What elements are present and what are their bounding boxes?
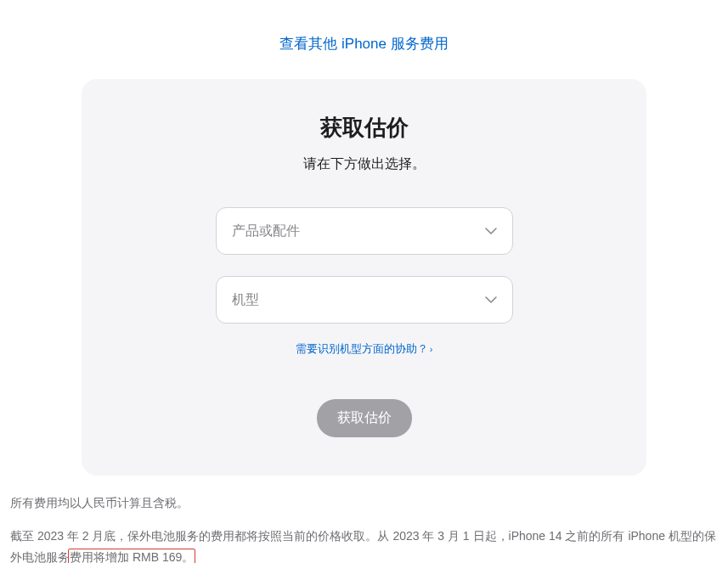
estimate-card: 获取估价 请在下方做出选择。 产品或配件 机型 需要识别机型方面的协助？› 获取…: [82, 79, 646, 476]
product-select-wrapper: 产品或配件: [216, 207, 513, 255]
chevron-right-icon: ›: [430, 344, 433, 354]
footer-note-currency: 所有费用均以人民币计算且含税。: [10, 493, 718, 514]
product-select[interactable]: 产品或配件: [216, 207, 513, 255]
model-select-wrapper: 机型: [216, 276, 513, 324]
top-other-services-link: 查看其他 iPhone 服务费用: [0, 0, 728, 79]
model-select-placeholder: 机型: [232, 291, 259, 309]
product-select-placeholder: 产品或配件: [232, 222, 300, 240]
footer-note-price-change: 截至 2023 年 2 月底，保外电池服务的费用都将按照当前的价格收取。从 20…: [10, 526, 718, 563]
card-title: 获取估价: [116, 113, 612, 143]
help-link-text: 需要识别机型方面的协助？: [296, 342, 428, 355]
chevron-down-icon: [485, 296, 497, 303]
other-iphone-services-link[interactable]: 查看其他 iPhone 服务费用: [279, 36, 448, 52]
get-estimate-button[interactable]: 获取估价: [317, 399, 412, 437]
price-increase-highlight: 费用将增加 RMB 169。: [70, 550, 194, 563]
card-subtitle: 请在下方做出选择。: [116, 155, 612, 173]
footer-text: 所有费用均以人民币计算且含税。 截至 2023 年 2 月底，保外电池服务的费用…: [0, 476, 728, 563]
identify-model-help-link[interactable]: 需要识别机型方面的协助？›: [296, 342, 433, 355]
chevron-down-icon: [485, 228, 497, 234]
model-select[interactable]: 机型: [216, 276, 513, 324]
help-link-wrapper: 需要识别机型方面的协助？›: [116, 341, 612, 357]
